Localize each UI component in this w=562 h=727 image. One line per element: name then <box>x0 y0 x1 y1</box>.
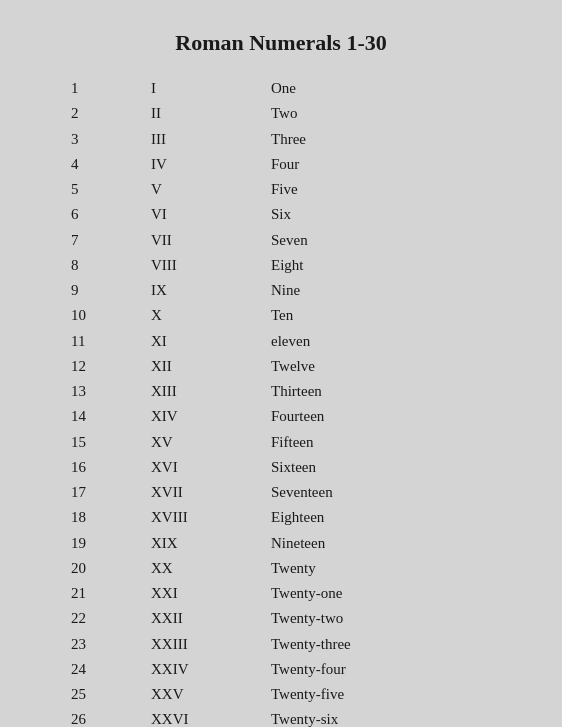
table-row: 6VISix <box>71 202 491 227</box>
table-row: 9IXNine <box>71 278 491 303</box>
table-row: 25XXVTwenty-five <box>71 682 491 707</box>
cell-number: 23 <box>71 633 151 656</box>
table-row: 16XVISixteen <box>71 455 491 480</box>
cell-roman: VII <box>151 229 271 252</box>
cell-word: Three <box>271 128 491 151</box>
cell-roman: IX <box>151 279 271 302</box>
cell-roman: XII <box>151 355 271 378</box>
cell-number: 6 <box>71 203 151 226</box>
cell-number: 4 <box>71 153 151 176</box>
cell-number: 10 <box>71 304 151 327</box>
cell-word: Twenty-five <box>271 683 491 706</box>
cell-number: 13 <box>71 380 151 403</box>
cell-roman: XXVI <box>151 708 271 727</box>
table-row: 19XIXNineteen <box>71 531 491 556</box>
cell-word: Five <box>271 178 491 201</box>
cell-word: Twelve <box>271 355 491 378</box>
table-row: 20XXTwenty <box>71 556 491 581</box>
table-row: 18XVIIIEighteen <box>71 505 491 530</box>
cell-number: 25 <box>71 683 151 706</box>
cell-number: 17 <box>71 481 151 504</box>
cell-roman: VIII <box>151 254 271 277</box>
cell-word: One <box>271 77 491 100</box>
cell-number: 22 <box>71 607 151 630</box>
cell-word: Two <box>271 102 491 125</box>
cell-word: Four <box>271 153 491 176</box>
cell-roman: X <box>151 304 271 327</box>
cell-number: 24 <box>71 658 151 681</box>
cell-word: Eight <box>271 254 491 277</box>
cell-roman: II <box>151 102 271 125</box>
cell-roman: III <box>151 128 271 151</box>
cell-word: Fourteen <box>271 405 491 428</box>
cell-roman: XX <box>151 557 271 580</box>
cell-number: 7 <box>71 229 151 252</box>
table-row: 5VFive <box>71 177 491 202</box>
cell-roman: XXV <box>151 683 271 706</box>
cell-roman: XVII <box>151 481 271 504</box>
cell-word: Sixteen <box>271 456 491 479</box>
cell-word: Twenty-three <box>271 633 491 656</box>
cell-word: Seven <box>271 229 491 252</box>
cell-roman: XXI <box>151 582 271 605</box>
table-row: 14XIVFourteen <box>71 404 491 429</box>
cell-number: 15 <box>71 431 151 454</box>
table-row: 15XVFifteen <box>71 430 491 455</box>
cell-number: 16 <box>71 456 151 479</box>
cell-word: Six <box>271 203 491 226</box>
cell-roman: XIII <box>151 380 271 403</box>
cell-roman: I <box>151 77 271 100</box>
cell-number: 11 <box>71 330 151 353</box>
cell-roman: XIX <box>151 532 271 555</box>
cell-number: 18 <box>71 506 151 529</box>
cell-number: 9 <box>71 279 151 302</box>
cell-word: Seventeen <box>271 481 491 504</box>
cell-roman: XIV <box>151 405 271 428</box>
cell-word: Nine <box>271 279 491 302</box>
cell-word: eleven <box>271 330 491 353</box>
cell-number: 8 <box>71 254 151 277</box>
table-row: 1IOne <box>71 76 491 101</box>
table-row: 26XXVITwenty-six <box>71 707 491 727</box>
cell-word: Nineteen <box>271 532 491 555</box>
table-row: 3IIIThree <box>71 127 491 152</box>
table-row: 22XXIITwenty-two <box>71 606 491 631</box>
cell-roman: XI <box>151 330 271 353</box>
table-row: 2IITwo <box>71 101 491 126</box>
table-row: 8VIIIEight <box>71 253 491 278</box>
cell-number: 5 <box>71 178 151 201</box>
cell-roman: V <box>151 178 271 201</box>
cell-roman: IV <box>151 153 271 176</box>
cell-number: 14 <box>71 405 151 428</box>
cell-roman: XXIII <box>151 633 271 656</box>
cell-roman: XV <box>151 431 271 454</box>
cell-number: 2 <box>71 102 151 125</box>
table-row: 7VIISeven <box>71 228 491 253</box>
cell-number: 12 <box>71 355 151 378</box>
cell-number: 19 <box>71 532 151 555</box>
table-row: 21XXITwenty-one <box>71 581 491 606</box>
cell-roman: VI <box>151 203 271 226</box>
cell-number: 26 <box>71 708 151 727</box>
cell-word: Twenty-four <box>271 658 491 681</box>
table-row: 24XXIVTwenty-four <box>71 657 491 682</box>
cell-word: Thirteen <box>271 380 491 403</box>
table-row: 23XXIIITwenty-three <box>71 632 491 657</box>
cell-word: Twenty-two <box>271 607 491 630</box>
numerals-table: 1IOne2IITwo3IIIThree4IVFour5VFive6VISix7… <box>71 76 491 727</box>
table-row: 10XTen <box>71 303 491 328</box>
cell-word: Fifteen <box>271 431 491 454</box>
cell-roman: XVI <box>151 456 271 479</box>
cell-roman: XXII <box>151 607 271 630</box>
cell-number: 3 <box>71 128 151 151</box>
cell-word: Twenty <box>271 557 491 580</box>
table-row: 13XIIIThirteen <box>71 379 491 404</box>
cell-word: Twenty-one <box>271 582 491 605</box>
cell-word: Eighteen <box>271 506 491 529</box>
cell-roman: XVIII <box>151 506 271 529</box>
page-title: Roman Numerals 1-30 <box>175 30 386 56</box>
table-row: 4IVFour <box>71 152 491 177</box>
cell-word: Ten <box>271 304 491 327</box>
cell-roman: XXIV <box>151 658 271 681</box>
cell-number: 21 <box>71 582 151 605</box>
